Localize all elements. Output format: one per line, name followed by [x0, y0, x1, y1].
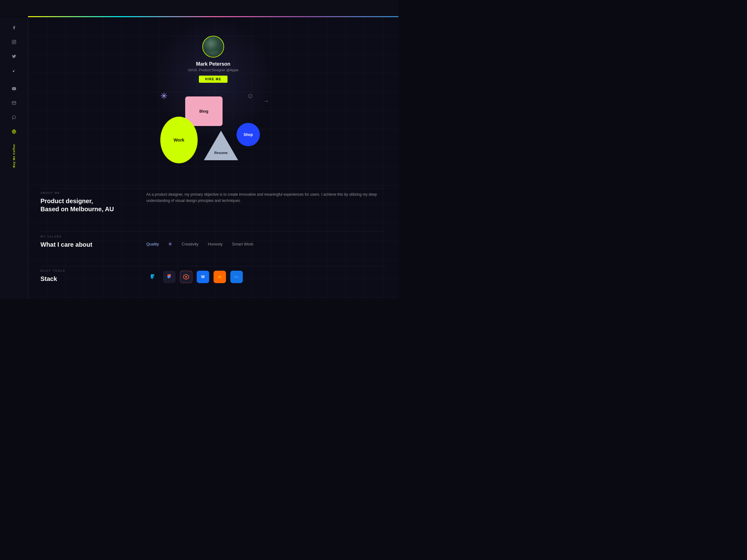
whatsapp-icon[interactable]: [10, 113, 18, 122]
tool-spline[interactable]: [180, 271, 192, 283]
blog-label: Blog: [200, 109, 209, 113]
shapes-area: ✳ ☺ → Blog Work Shop Resume: [154, 92, 272, 179]
social-group-top: [10, 23, 18, 75]
ai-letter: Ai: [218, 275, 222, 279]
hire-button[interactable]: HIRE ME: [199, 76, 228, 83]
twitter-icon[interactable]: [10, 52, 18, 61]
svg-rect-0: [12, 40, 16, 44]
about-title: Product designer, Based on Melbourne, AU: [41, 197, 128, 213]
shop-nav-button[interactable]: Shop: [236, 123, 260, 146]
svg-point-7: [185, 276, 187, 278]
buy-coffee-label[interactable]: Buy Me Coffee: [12, 144, 16, 168]
work-label: Work: [174, 137, 185, 142]
sidebar: Buy Me Coffee: [0, 17, 28, 299]
stack-section-label: DAILY TOOLS: [41, 269, 128, 272]
stack-title: Stack: [41, 275, 128, 283]
ps-letter: Ps: [234, 275, 238, 279]
about-right: As a product designer, my primary object…: [146, 191, 386, 213]
values-section-label: MY VALUES: [41, 235, 128, 238]
tool-webflow[interactable]: W: [197, 271, 209, 283]
divider-2: [41, 231, 386, 232]
webflow-letter: W: [201, 275, 205, 279]
about-left: ABOUT ME Product designer, Based on Melb…: [41, 191, 128, 213]
resume-label: Resume: [214, 151, 228, 155]
avatar: [203, 36, 224, 57]
tool-photoshop[interactable]: Ps: [230, 271, 243, 283]
shop-label: Shop: [244, 133, 253, 137]
rainbow-bar: [28, 16, 398, 17]
person-name: Mark Peterson: [196, 61, 230, 67]
svg-point-2: [15, 41, 15, 42]
stack-left: DAILY TOOLS Stack: [41, 269, 128, 283]
avatar-container: [202, 36, 224, 58]
main-content: Mark Peterson UI/UX, Product Designer @A…: [28, 17, 398, 299]
tool-framer[interactable]: [146, 271, 159, 283]
globe-icon[interactable]: [10, 127, 18, 136]
values-left: MY VALUES What I care about: [41, 235, 128, 248]
resume-nav-button[interactable]: Resume: [204, 129, 238, 160]
email-icon[interactable]: [10, 99, 18, 107]
about-title-line2: Based on Melbourne, AU: [41, 206, 114, 212]
social-group-bottom: Buy Me Coffee: [10, 84, 18, 168]
divider-1: [41, 188, 386, 189]
svg-point-1: [13, 42, 15, 43]
top-bar: [0, 0, 398, 16]
about-title-line1: Product designer,: [41, 197, 93, 205]
value-star-icon: ✳: [168, 241, 172, 247]
smiley-icon: ☺: [247, 92, 254, 100]
facebook-icon[interactable]: [10, 23, 18, 32]
value-creativity[interactable]: Creativity: [181, 242, 198, 246]
stack-section: DAILY TOOLS Stack: [41, 269, 386, 283]
star-decoration-icon: ✳: [160, 92, 168, 101]
about-section-label: ABOUT ME: [41, 191, 128, 194]
youtube-icon[interactable]: [10, 84, 18, 93]
instagram-icon[interactable]: [10, 38, 18, 46]
values-title: What I care about: [41, 240, 128, 248]
divider-3: [41, 266, 386, 266]
value-honesty[interactable]: Honesty: [208, 242, 223, 246]
about-section: ABOUT ME Product designer, Based on Melb…: [41, 191, 386, 213]
resume-triangle-shape: [204, 131, 238, 160]
tool-figma[interactable]: [163, 271, 176, 283]
tool-illustrator[interactable]: Ai: [213, 271, 226, 283]
tiktok-icon[interactable]: [10, 66, 18, 75]
work-nav-button[interactable]: Work: [160, 117, 198, 163]
about-description: As a product designer, my primary object…: [146, 191, 386, 204]
person-title: UI/UX, Product Designer @Apple: [188, 68, 239, 72]
arrow-right-icon: →: [263, 97, 269, 105]
values-section: MY VALUES What I care about Quality ✳ Cr…: [41, 235, 386, 248]
value-quality[interactable]: Quality: [146, 242, 159, 246]
blog-nav-button[interactable]: Blog: [185, 97, 223, 126]
stack-icons: W Ai Ps: [146, 271, 386, 283]
value-smart-work[interactable]: Smart Work: [232, 242, 253, 246]
values-right: Quality ✳ Creativity Honesty Smart Work: [146, 241, 386, 247]
hero-section: Mark Peterson UI/UX, Product Designer @A…: [28, 36, 398, 83]
